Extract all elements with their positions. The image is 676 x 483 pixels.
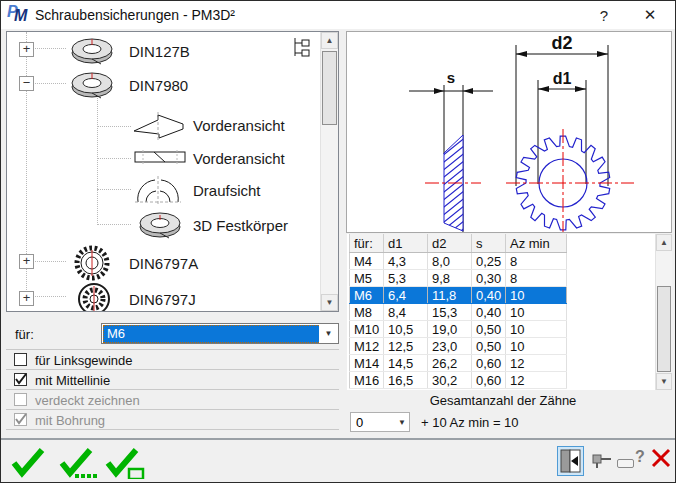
table-header-row[interactable]: für:d1d2sAz min bbox=[350, 234, 567, 253]
checkmark-icon bbox=[14, 412, 28, 426]
tree-item-vorderansicht-1[interactable]: Vorderansicht bbox=[7, 108, 307, 142]
scroll-down-icon[interactable]: ▼ bbox=[656, 373, 672, 390]
tree-item-label: DIN7980 bbox=[129, 77, 188, 94]
tree-item-label: DIN6797A bbox=[129, 255, 198, 272]
extra-teeth-value[interactable]: 0 bbox=[356, 415, 363, 430]
dimensions-table[interactable]: für:d1d2sAz min M44,38,00,258M55,39,80,3… bbox=[349, 234, 567, 389]
tree-item-din7980[interactable]: − DIN7980 bbox=[7, 68, 307, 102]
checkbox-box bbox=[14, 413, 27, 426]
table-row[interactable]: M88,415,30,4010 bbox=[350, 304, 567, 321]
table-row[interactable]: M1414,526,20,6012 bbox=[350, 355, 567, 372]
scrollbar-thumb[interactable] bbox=[322, 51, 337, 125]
extra-teeth-combobox[interactable]: 0 ▼ bbox=[350, 412, 410, 432]
context-help-button[interactable]: ? bbox=[635, 448, 645, 466]
washer-3d-icon bbox=[67, 35, 117, 67]
tree-item-label: DIN6797J bbox=[129, 291, 196, 308]
size-combobox[interactable]: M6 ▼ bbox=[101, 323, 339, 344]
hierarchy-tree-icon[interactable] bbox=[291, 36, 315, 62]
table-row[interactable]: M66,411,80,4010 bbox=[350, 287, 567, 304]
tree-item-din127b[interactable]: + DIN127B bbox=[7, 34, 307, 68]
spring-washer-front-icon bbox=[131, 112, 187, 140]
total-teeth-label: Gesamtanzahl der Zähne bbox=[347, 393, 659, 408]
table-row[interactable]: M1616,530,20,6012 bbox=[350, 372, 567, 389]
tree-item-label: Vorderansicht bbox=[193, 117, 285, 134]
bottom-bar: ? bbox=[1, 440, 676, 482]
washer-top-view-icon bbox=[133, 174, 185, 206]
dimension-label-d1: d1 bbox=[553, 70, 572, 87]
checkmark-icon bbox=[14, 372, 28, 386]
options-list: für Linksgewinde mit Mittellinie verdeck… bbox=[6, 349, 339, 430]
titlebar-help-button[interactable]: ? bbox=[589, 1, 619, 29]
scrollbar-thumb[interactable] bbox=[657, 286, 671, 372]
table-header-cell[interactable]: s bbox=[472, 234, 506, 253]
table-row[interactable]: M55,39,80,308 bbox=[350, 270, 567, 287]
dimension-label-s: s bbox=[447, 69, 455, 86]
washer-section-icon bbox=[133, 150, 189, 166]
size-combobox-value[interactable]: M6 bbox=[103, 325, 323, 343]
internal-tooth-washer-icon bbox=[67, 282, 121, 312]
washer-3d-icon bbox=[135, 209, 185, 241]
scroll-up-icon[interactable]: ▲ bbox=[656, 234, 672, 251]
pm3d-logo-icon: PM bbox=[7, 5, 29, 25]
title-bar[interactable]: PM Schraubensicherungen - PM3D² ? ✕ bbox=[1, 1, 675, 29]
pin-icon[interactable] bbox=[591, 452, 615, 470]
part-tree-panel: + DIN127B − DIN7980 bbox=[6, 31, 339, 312]
checkbox-label: verdeckt zeichnen bbox=[35, 393, 140, 408]
checkbox-label: für Linksgewinde bbox=[35, 353, 133, 368]
titlebar-close-button[interactable]: ✕ bbox=[635, 1, 665, 29]
checkbox-label: mit Bohrung bbox=[35, 413, 105, 428]
checkbox-label: mit Mittellinie bbox=[35, 373, 110, 388]
ok-options-button[interactable] bbox=[103, 443, 149, 479]
lock-washer-drawing: d2 d1 s bbox=[347, 32, 671, 232]
dimensions-table-panel: für:d1d2sAz min M44,38,00,258M55,39,80,3… bbox=[347, 234, 672, 390]
minimize-dialog-icon[interactable] bbox=[617, 459, 634, 468]
tree-item-vorderansicht-2[interactable]: Vorderansicht bbox=[7, 144, 307, 172]
table-header-cell[interactable]: Az min bbox=[506, 234, 567, 253]
checkbox-mit-bohrung: mit Bohrung bbox=[6, 410, 339, 430]
chevron-down-icon[interactable]: ▼ bbox=[319, 324, 338, 343]
checkbox-mit-mittellinie[interactable]: mit Mittellinie bbox=[6, 370, 339, 390]
dock-panel-icon bbox=[560, 449, 581, 473]
checkbox-box[interactable] bbox=[14, 353, 27, 366]
checkbox-box bbox=[14, 393, 27, 406]
tree-item-din6797j[interactable]: + DIN6797J bbox=[7, 281, 307, 312]
tree-item-label: 3D Festkörper bbox=[193, 217, 288, 234]
checkbox-verdeckt-zeichnen: verdeckt zeichnen bbox=[6, 390, 339, 410]
chevron-down-icon[interactable]: ▼ bbox=[398, 418, 406, 427]
washer-3d-icon bbox=[67, 69, 117, 101]
dimension-label-d2: d2 bbox=[551, 33, 572, 53]
cancel-button[interactable] bbox=[651, 448, 671, 468]
table-header-cell[interactable]: d1 bbox=[384, 234, 428, 253]
dock-panel-button[interactable] bbox=[557, 446, 584, 476]
expand-plus-icon[interactable]: + bbox=[19, 291, 34, 306]
scroll-down-icon[interactable]: ▼ bbox=[321, 294, 338, 311]
table-row[interactable]: M44,38,00,258 bbox=[350, 253, 567, 270]
checkbox-fuer-linksgewinde[interactable]: für Linksgewinde bbox=[6, 350, 339, 370]
table-header-cell[interactable]: für: bbox=[350, 234, 384, 253]
scroll-up-icon[interactable]: ▲ bbox=[321, 32, 338, 49]
checkbox-box[interactable] bbox=[14, 373, 27, 386]
tree-item-label: DIN127B bbox=[129, 43, 190, 60]
ok-repeat-button[interactable] bbox=[57, 443, 103, 479]
size-selector-label: für: bbox=[15, 327, 34, 342]
tree-item-label: Vorderansicht bbox=[193, 150, 285, 167]
tree-item-label: Draufsicht bbox=[193, 182, 261, 199]
tree-item-3d-festkoerper[interactable]: 3D Festkörper bbox=[7, 206, 307, 242]
tree-scrollbar[interactable]: ▲ ▼ bbox=[320, 32, 338, 311]
teeth-formula-text: + 10 Az min = 10 bbox=[421, 415, 519, 430]
tree-item-din6797a[interactable]: + DIN6797A bbox=[7, 244, 307, 281]
table-row[interactable]: M1212,523,00,5010 bbox=[350, 338, 567, 355]
table-header-cell[interactable]: d2 bbox=[428, 234, 472, 253]
external-tooth-washer-icon bbox=[65, 245, 119, 281]
ok-button[interactable] bbox=[9, 443, 49, 479]
collapse-minus-icon[interactable]: − bbox=[19, 76, 34, 91]
table-scrollbar[interactable]: ▲ ▼ bbox=[655, 234, 672, 390]
schraubensicherungen-dialog: PM Schraubensicherungen - PM3D² ? ✕ + D bbox=[0, 0, 676, 483]
table-row[interactable]: M1010,519,00,5010 bbox=[350, 321, 567, 338]
expand-plus-icon[interactable]: + bbox=[19, 254, 34, 269]
technical-drawing-panel: d2 d1 s bbox=[346, 31, 672, 233]
window-title: Schraubensicherungen - PM3D² bbox=[35, 7, 235, 23]
tree-item-draufsicht[interactable]: Draufsicht bbox=[7, 172, 307, 206]
expand-plus-icon[interactable]: + bbox=[19, 42, 34, 57]
